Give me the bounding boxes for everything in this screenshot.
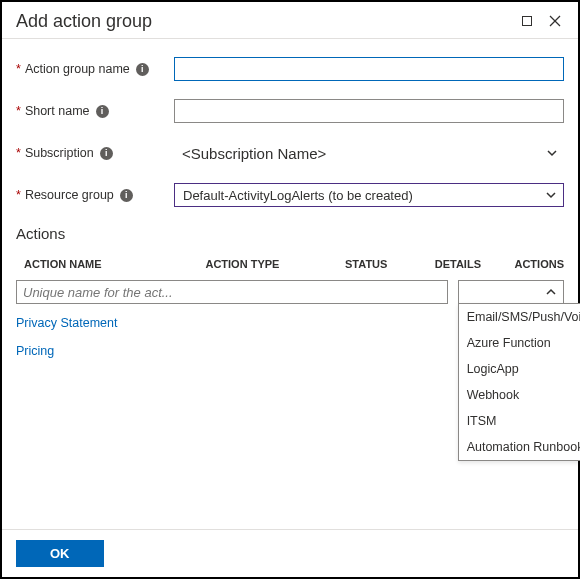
- close-button[interactable]: [544, 10, 566, 32]
- subscription-label: * Subscription i: [16, 146, 174, 160]
- col-status: STATUS: [345, 258, 435, 270]
- col-actions: ACTIONS: [514, 258, 564, 270]
- actions-table-header: ACTION NAME ACTION TYPE STATUS DETAILS A…: [2, 252, 578, 276]
- required-marker: *: [16, 104, 21, 118]
- option-logicapp[interactable]: LogicApp: [459, 356, 580, 382]
- action-type-select[interactable]: [458, 280, 564, 304]
- action-type-dropdown: Email/SMS/Push/Voice Azure Function Logi…: [458, 303, 580, 461]
- required-marker: *: [16, 62, 21, 76]
- col-action-name: ACTION NAME: [16, 258, 205, 270]
- label-text: Short name: [25, 104, 90, 118]
- info-icon[interactable]: i: [120, 189, 133, 202]
- required-marker: *: [16, 188, 21, 202]
- chevron-down-icon: [546, 147, 558, 159]
- short-name-label: * Short name i: [16, 104, 174, 118]
- required-marker: *: [16, 146, 21, 160]
- action-group-name-label: * Action group name i: [16, 62, 174, 76]
- resource-group-select[interactable]: Default-ActivityLogAlerts (to be created…: [174, 183, 564, 207]
- subscription-value: <Subscription Name>: [182, 145, 326, 162]
- action-row: Email/SMS/Push/Voice Azure Function Logi…: [2, 276, 578, 308]
- label-text: Action group name: [25, 62, 130, 76]
- info-icon[interactable]: i: [96, 105, 109, 118]
- chevron-up-icon: [545, 286, 557, 298]
- ok-button[interactable]: OK: [16, 540, 104, 567]
- svg-rect-0: [523, 17, 532, 26]
- chevron-down-icon: [545, 189, 557, 201]
- actions-heading: Actions: [16, 225, 578, 242]
- short-name-input[interactable]: [174, 99, 564, 123]
- titlebar: Add action group: [2, 2, 578, 39]
- resource-group-label: * Resource group i: [16, 188, 174, 202]
- option-automation-runbook[interactable]: Automation Runbook: [459, 434, 580, 460]
- form-area: * Action group name i * Short name i * S…: [2, 39, 578, 207]
- action-name-input[interactable]: [16, 280, 448, 304]
- option-azure-function[interactable]: Azure Function: [459, 330, 580, 356]
- info-icon[interactable]: i: [136, 63, 149, 76]
- panel-title: Add action group: [16, 11, 510, 32]
- add-action-group-panel: Add action group * Action group name i *…: [0, 0, 580, 579]
- col-details: DETAILS: [435, 258, 515, 270]
- info-icon[interactable]: i: [100, 147, 113, 160]
- col-action-type: ACTION TYPE: [205, 258, 345, 270]
- label-text: Resource group: [25, 188, 114, 202]
- subscription-select[interactable]: <Subscription Name>: [174, 141, 564, 165]
- resource-group-value: Default-ActivityLogAlerts (to be created…: [183, 188, 413, 203]
- option-itsm[interactable]: ITSM: [459, 408, 580, 434]
- restore-button[interactable]: [516, 10, 538, 32]
- option-webhook[interactable]: Webhook: [459, 382, 580, 408]
- option-email-sms[interactable]: Email/SMS/Push/Voice: [459, 304, 580, 330]
- footer: OK: [2, 529, 578, 577]
- label-text: Subscription: [25, 146, 94, 160]
- action-group-name-input[interactable]: [174, 57, 564, 81]
